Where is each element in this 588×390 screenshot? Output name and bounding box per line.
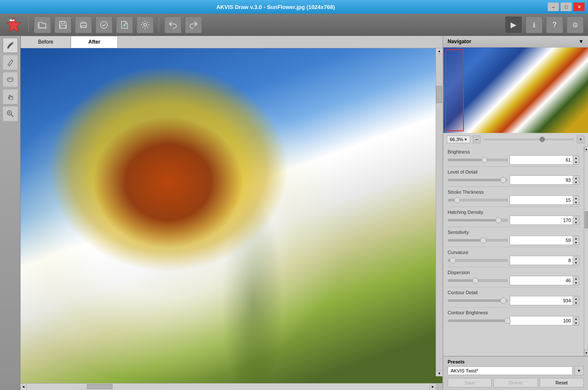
param-arrow-down-contour-brightness[interactable]: ▼ [573, 321, 579, 325]
param-arrow-down-level-of-detail[interactable]: ▼ [573, 180, 579, 184]
param-slider-stroke-thickness[interactable] [448, 199, 508, 201]
param-slider-level-of-detail[interactable] [448, 179, 508, 181]
hand-tool[interactable] [3, 89, 18, 104]
info-button[interactable]: ℹ [526, 16, 543, 33]
param-arrow-down-curvature[interactable]: ▼ [573, 260, 579, 265]
maximize-button[interactable]: □ [561, 3, 572, 11]
tab-after[interactable]: After [71, 36, 118, 48]
presets-delete-button[interactable]: Delete [493, 378, 538, 387]
param-arrow-up-hatching-density[interactable]: ▲ [573, 216, 579, 220]
pencil-tool[interactable] [3, 55, 18, 70]
zoom-out-button[interactable]: – [473, 136, 481, 143]
hscroll-right[interactable]: ► [430, 384, 436, 390]
open-button[interactable] [34, 16, 51, 33]
param-slider-curvature[interactable] [448, 259, 508, 262]
play-button[interactable]: ▶ [505, 16, 522, 33]
param-value-input-curvature[interactable] [510, 256, 573, 265]
vscroll-thumb[interactable] [436, 86, 442, 103]
param-arrow-up-sensitivity[interactable]: ▲ [573, 236, 579, 240]
param-value-input-sensitivity[interactable] [510, 236, 573, 245]
param-sep-3 [448, 227, 579, 227]
param-arrow-down-dispersion[interactable]: ▼ [573, 281, 579, 285]
param-controls-contour-brightness: ▲ ▼ [448, 316, 579, 325]
redo-button[interactable] [185, 16, 202, 33]
param-label-curvature: Curvature [448, 250, 579, 255]
zoom-in-button[interactable]: + [577, 136, 585, 143]
param-arrow-down-hatching-density[interactable]: ▼ [573, 220, 579, 225]
vscroll-down[interactable]: ▼ [436, 370, 442, 376]
presets-reset-button[interactable]: Reset [540, 378, 584, 387]
params-scroll-down[interactable]: ▼ [584, 350, 588, 356]
hscroll-corner [436, 384, 442, 390]
param-slider-thumb-contour-brightness[interactable] [505, 318, 511, 324]
presets-save-button[interactable]: Save [448, 378, 492, 387]
canvas-wrapper[interactable]: ▲ ▼ [21, 48, 442, 383]
param-arrow-up-dispersion[interactable]: ▲ [573, 276, 579, 281]
save-button[interactable] [54, 16, 71, 33]
param-arrow-down-brightness[interactable]: ▼ [573, 160, 579, 164]
param-slider-thumb-curvature[interactable] [450, 257, 456, 263]
param-value-input-brightness[interactable] [510, 156, 573, 164]
navigator-collapse-icon[interactable]: ▼ [579, 38, 584, 44]
param-slider-brightness[interactable] [448, 159, 508, 161]
batch-button[interactable] [95, 16, 113, 33]
param-value-input-contour-brightness[interactable] [510, 316, 573, 325]
param-arrow-up-level-of-detail[interactable]: ▲ [573, 176, 579, 180]
param-slider-hatching-density[interactable] [448, 219, 508, 222]
minimize-button[interactable]: – [548, 3, 559, 11]
param-arrow-up-brightness[interactable]: ▲ [573, 156, 579, 160]
zoom-slider[interactable] [483, 139, 574, 140]
vscroll-up[interactable]: ▲ [436, 48, 442, 54]
export-button[interactable] [116, 16, 133, 33]
param-arrow-up-contour-detail[interactable]: ▲ [573, 296, 579, 301]
param-label-hatching-density: Hatching Density [448, 210, 579, 215]
params-scroll-thumb[interactable] [585, 211, 588, 228]
param-value-box-curvature: ▲ ▼ [510, 256, 579, 265]
undo-button[interactable] [164, 16, 181, 33]
param-slider-thumb-brightness[interactable] [481, 157, 487, 163]
params-scroll-up[interactable]: ▲ [584, 146, 588, 152]
help-button[interactable]: ? [546, 16, 563, 33]
param-arrow-down-contour-detail[interactable]: ▼ [573, 301, 579, 305]
horizontal-scrollbar[interactable]: ◄ ► [21, 383, 442, 390]
zoom-dropdown-icon[interactable]: ▼ [464, 138, 467, 142]
param-slider-thumb-stroke-thickness[interactable] [454, 197, 460, 203]
param-value-input-dispersion[interactable] [510, 276, 573, 285]
hscroll-thumb[interactable] [87, 384, 113, 389]
param-slider-sensitivity[interactable] [448, 239, 508, 242]
brush-tool[interactable] [3, 38, 18, 53]
param-arrow-down-stroke-thickness[interactable]: ▼ [573, 200, 579, 204]
param-slider-contour-detail[interactable] [448, 299, 508, 302]
toolbar: ▶ ℹ ? ⚙ [0, 14, 588, 36]
param-value-input-level-of-detail[interactable] [510, 176, 573, 184]
presets-select[interactable]: AKVIS Twist* [448, 366, 573, 375]
presets-dropdown-button[interactable]: ▼ [574, 366, 584, 375]
settings-plugin-button[interactable] [137, 16, 154, 33]
param-arrow-up-contour-brightness[interactable]: ▲ [573, 316, 579, 321]
print-button[interactable] [75, 16, 92, 33]
param-slider-thumb-contour-detail[interactable] [500, 298, 506, 304]
param-slider-thumb-dispersion[interactable] [472, 278, 478, 284]
vertical-scrollbar[interactable]: ▲ ▼ [436, 48, 442, 376]
param-label-brightness: Brightness [448, 149, 579, 154]
app-settings-button[interactable]: ⚙ [567, 16, 584, 33]
tab-before[interactable]: Before [21, 36, 71, 48]
param-arrow-up-curvature[interactable]: ▲ [573, 256, 579, 260]
param-slider-thumb-hatching-density[interactable] [496, 217, 502, 223]
param-slider-dispersion[interactable] [448, 279, 508, 282]
hscroll-left[interactable]: ◄ [21, 384, 27, 390]
presets-select-row: AKVIS Twist* ▼ [448, 366, 584, 375]
params-scrollbar[interactable]: ▲ ▼ [584, 146, 588, 356]
param-value-input-contour-detail[interactable] [510, 296, 573, 305]
smudge-tool[interactable] [3, 72, 18, 87]
param-value-input-hatching-density[interactable] [510, 216, 573, 225]
param-arrow-down-sensitivity[interactable]: ▼ [573, 240, 579, 245]
zoom-tool[interactable] [3, 106, 18, 121]
param-slider-contour-brightness[interactable] [448, 319, 508, 322]
param-arrow-up-stroke-thickness[interactable]: ▲ [573, 196, 579, 200]
close-button[interactable]: ✕ [573, 3, 585, 11]
param-slider-thumb-level-of-detail[interactable] [500, 177, 506, 183]
param-row-dispersion: Dispersion ▲ ▼ [443, 268, 584, 286]
param-value-input-stroke-thickness[interactable] [510, 196, 573, 204]
param-slider-thumb-sensitivity[interactable] [480, 237, 486, 243]
